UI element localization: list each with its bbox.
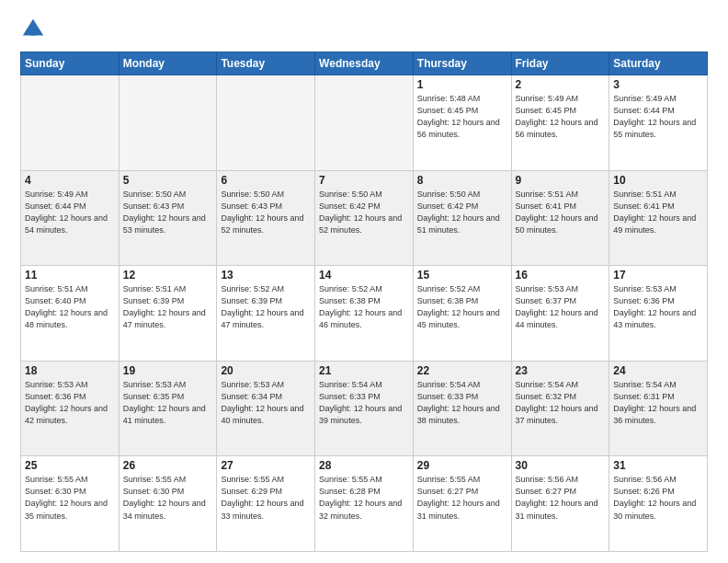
calendar-header-wednesday: Wednesday	[315, 52, 414, 75]
day-info: Sunrise: 5:51 AM Sunset: 6:39 PM Dayligh…	[123, 283, 213, 331]
day-number: 23	[516, 364, 606, 377]
day-info: Sunrise: 5:55 AM Sunset: 6:28 PM Dayligh…	[319, 474, 409, 522]
day-info: Sunrise: 5:54 AM Sunset: 6:32 PM Dayligh…	[516, 379, 606, 427]
day-info: Sunrise: 5:50 AM Sunset: 6:42 PM Dayligh…	[319, 189, 409, 236]
calendar-cell	[217, 75, 315, 171]
day-number: 6	[221, 174, 311, 187]
day-number: 31	[613, 459, 703, 472]
page: SundayMondayTuesdayWednesdayThursdayFrid…	[0, 0, 728, 563]
day-number: 18	[25, 364, 115, 377]
calendar-cell: 24Sunrise: 5:54 AM Sunset: 6:31 PM Dayli…	[609, 361, 708, 456]
calendar-cell	[21, 75, 119, 171]
day-number: 28	[319, 459, 409, 472]
day-info: Sunrise: 5:54 AM Sunset: 6:33 PM Dayligh…	[319, 379, 409, 427]
calendar-cell: 19Sunrise: 5:53 AM Sunset: 6:35 PM Dayli…	[119, 361, 217, 456]
calendar-cell: 10Sunrise: 5:51 AM Sunset: 6:41 PM Dayli…	[609, 170, 708, 266]
calendar-cell: 18Sunrise: 5:53 AM Sunset: 6:36 PM Dayli…	[21, 361, 119, 456]
calendar-cell: 31Sunrise: 5:56 AM Sunset: 6:26 PM Dayli…	[609, 456, 708, 552]
day-info: Sunrise: 5:53 AM Sunset: 6:37 PM Dayligh…	[516, 283, 606, 331]
calendar-week-row: 1Sunrise: 5:48 AM Sunset: 6:45 PM Daylig…	[21, 75, 708, 171]
calendar-header-tuesday: Tuesday	[217, 52, 315, 75]
day-number: 21	[319, 364, 409, 377]
calendar-week-row: 25Sunrise: 5:55 AM Sunset: 6:30 PM Dayli…	[21, 456, 708, 552]
calendar-cell: 12Sunrise: 5:51 AM Sunset: 6:39 PM Dayli…	[119, 266, 217, 362]
day-number: 19	[123, 364, 213, 377]
day-number: 3	[613, 78, 703, 91]
calendar-cell: 6Sunrise: 5:50 AM Sunset: 6:43 PM Daylig…	[217, 170, 315, 266]
day-info: Sunrise: 5:56 AM Sunset: 6:27 PM Dayligh…	[516, 474, 606, 522]
day-number: 5	[123, 174, 213, 187]
day-info: Sunrise: 5:52 AM Sunset: 6:38 PM Dayligh…	[417, 283, 507, 331]
day-info: Sunrise: 5:49 AM Sunset: 6:45 PM Dayligh…	[516, 93, 606, 141]
calendar-cell: 3Sunrise: 5:49 AM Sunset: 6:44 PM Daylig…	[609, 75, 708, 171]
day-number: 4	[25, 174, 115, 187]
calendar-cell: 26Sunrise: 5:55 AM Sunset: 6:30 PM Dayli…	[119, 456, 217, 552]
calendar-cell: 23Sunrise: 5:54 AM Sunset: 6:32 PM Dayli…	[511, 361, 609, 456]
calendar-cell: 27Sunrise: 5:55 AM Sunset: 6:29 PM Dayli…	[217, 456, 315, 552]
day-number: 16	[516, 269, 606, 282]
calendar-cell: 17Sunrise: 5:53 AM Sunset: 6:36 PM Dayli…	[609, 266, 708, 362]
calendar-cell: 9Sunrise: 5:51 AM Sunset: 6:41 PM Daylig…	[511, 170, 609, 266]
day-number: 12	[123, 269, 213, 282]
calendar-table: SundayMondayTuesdayWednesdayThursdayFrid…	[20, 52, 708, 552]
calendar-cell: 5Sunrise: 5:50 AM Sunset: 6:43 PM Daylig…	[119, 170, 217, 266]
day-info: Sunrise: 5:50 AM Sunset: 6:43 PM Dayligh…	[123, 189, 213, 236]
calendar-header-saturday: Saturday	[609, 52, 708, 75]
calendar-week-row: 4Sunrise: 5:49 AM Sunset: 6:44 PM Daylig…	[21, 170, 708, 266]
calendar-cell: 8Sunrise: 5:50 AM Sunset: 6:42 PM Daylig…	[413, 170, 511, 266]
day-info: Sunrise: 5:55 AM Sunset: 6:29 PM Dayligh…	[221, 474, 311, 522]
calendar-cell: 20Sunrise: 5:53 AM Sunset: 6:34 PM Dayli…	[217, 361, 315, 456]
calendar-cell: 2Sunrise: 5:49 AM Sunset: 6:45 PM Daylig…	[511, 75, 609, 171]
day-number: 8	[417, 174, 507, 187]
calendar-week-row: 18Sunrise: 5:53 AM Sunset: 6:36 PM Dayli…	[21, 361, 708, 456]
calendar-cell: 28Sunrise: 5:55 AM Sunset: 6:28 PM Dayli…	[315, 456, 414, 552]
day-info: Sunrise: 5:56 AM Sunset: 6:26 PM Dayligh…	[613, 474, 703, 522]
day-number: 7	[319, 174, 409, 187]
day-number: 13	[221, 269, 311, 282]
day-number: 10	[613, 174, 703, 187]
day-info: Sunrise: 5:55 AM Sunset: 6:27 PM Dayligh…	[417, 474, 507, 522]
calendar-cell: 1Sunrise: 5:48 AM Sunset: 6:45 PM Daylig…	[413, 75, 511, 171]
calendar-cell: 21Sunrise: 5:54 AM Sunset: 6:33 PM Dayli…	[315, 361, 414, 456]
day-number: 24	[613, 364, 703, 377]
day-info: Sunrise: 5:52 AM Sunset: 6:38 PM Dayligh…	[319, 283, 409, 331]
calendar-cell	[315, 75, 414, 171]
day-number: 20	[221, 364, 311, 377]
calendar-header-friday: Friday	[511, 52, 609, 75]
day-info: Sunrise: 5:50 AM Sunset: 6:42 PM Dayligh…	[417, 189, 507, 236]
day-number: 30	[516, 459, 606, 472]
calendar-cell: 7Sunrise: 5:50 AM Sunset: 6:42 PM Daylig…	[315, 170, 414, 266]
calendar-cell: 16Sunrise: 5:53 AM Sunset: 6:37 PM Dayli…	[511, 266, 609, 362]
svg-rect-1	[30, 29, 36, 35]
day-number: 25	[25, 459, 115, 472]
day-info: Sunrise: 5:54 AM Sunset: 6:33 PM Dayligh…	[417, 379, 507, 427]
calendar-cell: 25Sunrise: 5:55 AM Sunset: 6:30 PM Dayli…	[21, 456, 119, 552]
day-number: 1	[417, 78, 507, 91]
calendar-cell: 22Sunrise: 5:54 AM Sunset: 6:33 PM Dayli…	[413, 361, 511, 456]
day-number: 26	[123, 459, 213, 472]
calendar-header-sunday: Sunday	[21, 52, 119, 75]
day-info: Sunrise: 5:50 AM Sunset: 6:43 PM Dayligh…	[221, 189, 311, 236]
day-info: Sunrise: 5:53 AM Sunset: 6:36 PM Dayligh…	[25, 379, 115, 427]
calendar-header-row: SundayMondayTuesdayWednesdayThursdayFrid…	[21, 52, 708, 75]
header	[20, 17, 708, 42]
day-info: Sunrise: 5:51 AM Sunset: 6:41 PM Dayligh…	[516, 189, 606, 236]
calendar-cell: 4Sunrise: 5:49 AM Sunset: 6:44 PM Daylig…	[21, 170, 119, 266]
day-info: Sunrise: 5:51 AM Sunset: 6:40 PM Dayligh…	[25, 283, 115, 331]
day-number: 15	[417, 269, 507, 282]
day-info: Sunrise: 5:49 AM Sunset: 6:44 PM Dayligh…	[613, 93, 703, 141]
day-info: Sunrise: 5:48 AM Sunset: 6:45 PM Dayligh…	[417, 93, 507, 141]
day-info: Sunrise: 5:55 AM Sunset: 6:30 PM Dayligh…	[25, 474, 115, 522]
day-info: Sunrise: 5:54 AM Sunset: 6:31 PM Dayligh…	[613, 379, 703, 427]
calendar-cell: 14Sunrise: 5:52 AM Sunset: 6:38 PM Dayli…	[315, 266, 414, 362]
day-number: 9	[516, 174, 606, 187]
calendar-cell: 11Sunrise: 5:51 AM Sunset: 6:40 PM Dayli…	[21, 266, 119, 362]
calendar-cell: 13Sunrise: 5:52 AM Sunset: 6:39 PM Dayli…	[217, 266, 315, 362]
day-info: Sunrise: 5:53 AM Sunset: 6:36 PM Dayligh…	[613, 283, 703, 331]
day-info: Sunrise: 5:51 AM Sunset: 6:41 PM Dayligh…	[613, 189, 703, 236]
day-info: Sunrise: 5:52 AM Sunset: 6:39 PM Dayligh…	[221, 283, 311, 331]
calendar-week-row: 11Sunrise: 5:51 AM Sunset: 6:40 PM Dayli…	[21, 266, 708, 362]
calendar-cell: 30Sunrise: 5:56 AM Sunset: 6:27 PM Dayli…	[511, 456, 609, 552]
day-info: Sunrise: 5:53 AM Sunset: 6:35 PM Dayligh…	[123, 379, 213, 427]
day-number: 17	[613, 269, 703, 282]
